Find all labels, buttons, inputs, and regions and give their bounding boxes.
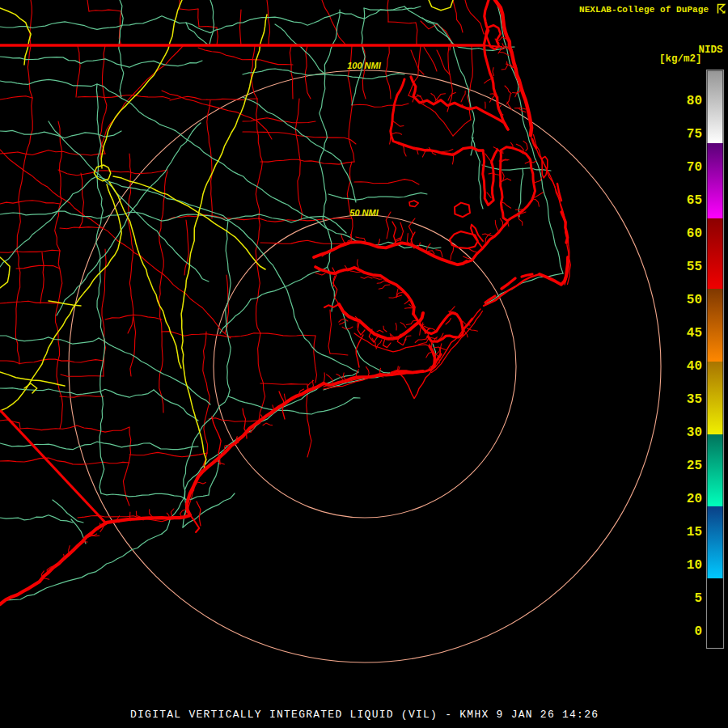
svg-text:0: 0 [694,624,702,639]
svg-text:20: 20 [687,492,702,506]
svg-text:10: 10 [687,558,702,573]
svg-text:35: 35 [687,392,702,407]
svg-text:40: 40 [687,359,702,374]
svg-text:15: 15 [687,525,702,540]
svg-text:50: 50 [687,293,702,307]
svg-text:5: 5 [694,591,702,606]
svg-text:50 NMI: 50 NMI [349,208,379,218]
svg-text:60: 60 [687,226,702,241]
svg-text:55: 55 [687,260,702,274]
svg-text:[kg/m2]: [kg/m2] [659,53,702,65]
svg-text:100 NMI: 100 NMI [347,61,382,70]
svg-text:NIDS: NIDS [698,44,723,56]
svg-text:NEXLAB-College of DuPage: NEXLAB-College of DuPage [579,5,709,15]
svg-text:80: 80 [687,94,702,108]
svg-text:75: 75 [687,127,702,142]
svg-text:25: 25 [687,459,702,473]
svg-text:65: 65 [687,193,702,208]
svg-text:45: 45 [687,326,702,341]
svg-text:30: 30 [687,425,702,440]
svg-text:70: 70 [687,160,702,175]
svg-text:DIGITAL VERTICALLY INTEGRATED: DIGITAL VERTICALLY INTEGRATED LIQUID (VI… [130,709,598,721]
